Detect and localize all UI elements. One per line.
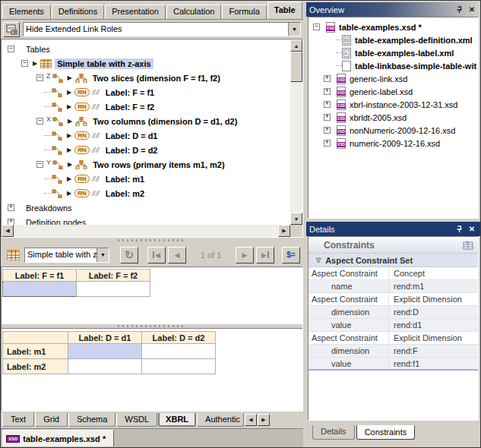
scroll-left-icon[interactable]: ◀ bbox=[2, 225, 14, 237]
file-tab-table-examples[interactable]: XSD table-examples.xsd * bbox=[2, 430, 114, 446]
overview-item[interactable]: XSD xbrl-instance-2003-12-31.xsd bbox=[309, 98, 478, 111]
constraint-row[interactable]: name rend:m1 bbox=[309, 280, 478, 293]
data-cell-selected[interactable] bbox=[68, 344, 142, 359]
tree-item-label-d1[interactable]: RN Label: D = d1 bbox=[2, 128, 290, 143]
splitter-handle[interactable] bbox=[1, 238, 303, 243]
close-icon[interactable] bbox=[467, 5, 477, 14]
pin-icon[interactable] bbox=[454, 224, 464, 234]
expand-icon[interactable] bbox=[324, 127, 331, 134]
tab-calculation[interactable]: Calculation bbox=[166, 5, 221, 19]
constraint-row[interactable]: dimension rend:F bbox=[309, 345, 478, 358]
tab-presentation[interactable]: Presentation bbox=[105, 5, 166, 19]
overview-item[interactable]: XSD numeric-2009-12-16.xsd bbox=[309, 137, 478, 150]
overview-item[interactable]: XSD generic-link.xsd bbox=[309, 72, 478, 85]
constraint-row[interactable]: value rend:d1 bbox=[309, 319, 478, 332]
tree-item-tables[interactable]: Tables bbox=[2, 42, 290, 56]
view-tab-authentic[interactable]: Authentic bbox=[197, 413, 244, 427]
expand-arrow-icon[interactable] bbox=[68, 118, 72, 125]
collapse-triangle-icon[interactable] bbox=[316, 257, 321, 263]
expand-arrow-icon[interactable] bbox=[67, 147, 71, 153]
first-page-button[interactable]: ◀ bbox=[147, 247, 166, 263]
overview-item[interactable]: L table-examples-label.xml bbox=[309, 46, 478, 59]
data-cell[interactable] bbox=[142, 359, 216, 374]
refresh-button[interactable]: ↻ bbox=[120, 247, 138, 263]
tab-definitions[interactable]: Definitions bbox=[52, 5, 104, 19]
scroll-right-icon[interactable]: ▶ bbox=[278, 225, 290, 237]
expand-arrow-icon[interactable] bbox=[67, 175, 71, 182]
constraint-row[interactable]: Aspect Constraint Concept bbox=[309, 267, 478, 280]
link-roles-button[interactable] bbox=[3, 22, 20, 37]
collapse-icon[interactable] bbox=[36, 118, 43, 125]
tab-details[interactable]: Details bbox=[312, 425, 355, 440]
tab-elements[interactable]: Elements bbox=[2, 5, 51, 19]
tree-item-definition-nodes[interactable]: Definition nodes bbox=[2, 215, 290, 225]
expand-arrow-icon[interactable] bbox=[68, 161, 72, 168]
view-tab-xbrl[interactable]: XBRL bbox=[158, 413, 196, 427]
collapse-icon[interactable] bbox=[36, 74, 43, 81]
scroll-down-icon[interactable]: ▼ bbox=[290, 213, 302, 225]
expand-icon[interactable] bbox=[324, 114, 331, 121]
tree-item-breakdowns[interactable]: Breakdowns bbox=[2, 200, 290, 215]
column-header[interactable]: Label: D = d1 bbox=[68, 332, 142, 344]
tree-item-label-m2[interactable]: RN Label: m2 bbox=[2, 186, 290, 200]
tree-item-label-d2[interactable]: RN Label: D = d2 bbox=[2, 143, 290, 157]
properties-grid-icon[interactable] bbox=[463, 241, 473, 250]
z-table-header[interactable]: Label: F = f2 bbox=[77, 270, 150, 282]
tab-table[interactable]: Table bbox=[267, 2, 302, 19]
tab-scroll-right-icon[interactable]: ▶ bbox=[258, 414, 270, 426]
view-tab-schema[interactable]: Schema bbox=[68, 413, 116, 427]
format-values-button[interactable]: $= bbox=[282, 247, 300, 263]
tab-scroll-left-icon[interactable]: ◀ bbox=[245, 414, 257, 426]
column-header[interactable]: Label: D = d2 bbox=[142, 332, 216, 344]
collapse-icon[interactable] bbox=[21, 60, 28, 67]
pin-icon[interactable] bbox=[454, 5, 464, 14]
tree-item-label-m1[interactable]: RN Label: m1 bbox=[2, 172, 290, 186]
z-table-header[interactable]: Label: F = f1 bbox=[3, 270, 77, 282]
z-table-cell-selected[interactable] bbox=[3, 282, 77, 297]
overview-item[interactable]: table-linkbase-simple-table-wit bbox=[309, 59, 478, 72]
next-page-button[interactable]: ▶ bbox=[236, 247, 254, 263]
expand-icon[interactable] bbox=[8, 219, 14, 225]
constraint-row[interactable]: Aspect Constraint Explicit Dimension bbox=[309, 293, 478, 306]
expand-arrow-icon[interactable] bbox=[67, 89, 71, 96]
chevron-down-icon[interactable] bbox=[288, 23, 300, 36]
tree-item-label-f2[interactable]: RN Label: F = f2 bbox=[2, 99, 290, 114]
elr-filter-combobox[interactable]: Hide Extended Link Roles bbox=[23, 22, 301, 36]
tree-vertical-scrollbar[interactable]: ▲ ▼ bbox=[290, 39, 302, 225]
expand-icon[interactable] bbox=[324, 140, 331, 147]
collapse-icon[interactable] bbox=[8, 46, 14, 52]
aspect-constraint-set-section[interactable]: Aspect Constraint Set bbox=[309, 254, 478, 267]
row-header[interactable]: Label: m2 bbox=[3, 359, 68, 374]
view-tab-text[interactable]: Text bbox=[2, 413, 34, 427]
tree-item-label-f1[interactable]: RN Label: F = f1 bbox=[2, 85, 290, 99]
view-tab-wsdl[interactable]: WSDL bbox=[116, 413, 157, 427]
close-icon[interactable] bbox=[467, 224, 477, 234]
tree-item-axis-x[interactable]: X Two columns (dimension D = d1, d2) bbox=[2, 114, 290, 128]
row-header[interactable]: Label: m1 bbox=[3, 344, 68, 359]
expand-arrow-icon[interactable] bbox=[67, 103, 71, 110]
tab-formula[interactable]: Formula bbox=[222, 5, 266, 19]
table-view-button[interactable] bbox=[4, 246, 22, 264]
expand-arrow-icon[interactable] bbox=[33, 60, 37, 67]
tree-horizontal-scrollbar[interactable]: ◀ ▶ bbox=[2, 225, 290, 237]
last-page-button[interactable]: ▶ bbox=[256, 247, 274, 263]
tree-item-axis-y[interactable]: Y Two rows (primary items m1, m2) bbox=[2, 157, 290, 172]
view-tab-grid[interactable]: Grid bbox=[35, 413, 68, 427]
data-cell[interactable] bbox=[68, 359, 142, 374]
collapse-icon[interactable] bbox=[36, 161, 43, 168]
overview-item[interactable]: XSD xbrldt-2005.xsd bbox=[309, 111, 478, 124]
data-cell[interactable] bbox=[142, 344, 216, 359]
chevron-down-icon[interactable] bbox=[97, 248, 109, 262]
scrollbar-thumb[interactable] bbox=[290, 52, 302, 82]
expand-icon[interactable] bbox=[324, 88, 331, 95]
expand-arrow-icon[interactable] bbox=[68, 74, 72, 81]
overview-item-root[interactable]: XSD table-examples.xsd * bbox=[309, 21, 478, 33]
expand-arrow-icon[interactable] bbox=[67, 132, 71, 139]
expand-icon[interactable] bbox=[324, 101, 331, 108]
constraint-row[interactable]: Aspect Constraint Explicit Dimension bbox=[309, 332, 478, 345]
expand-arrow-icon[interactable] bbox=[67, 190, 71, 197]
expand-icon[interactable] bbox=[324, 75, 331, 82]
scroll-up-icon[interactable]: ▲ bbox=[290, 39, 302, 52]
table-selector-combobox[interactable]: Simple table with z- bbox=[24, 248, 109, 263]
collapse-icon[interactable] bbox=[313, 24, 320, 30]
